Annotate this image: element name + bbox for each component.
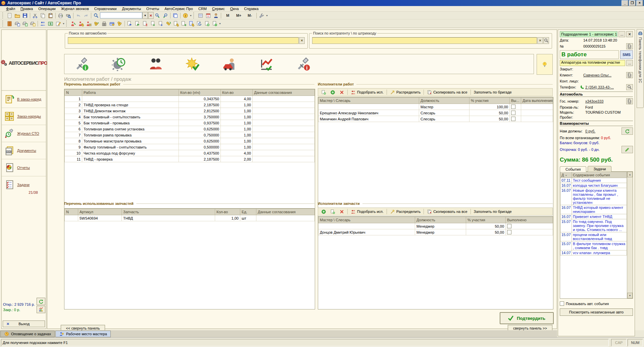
table-cell[interactable]: 1,00 [221, 114, 253, 120]
search-contractor-find-button[interactable] [543, 37, 549, 44]
event-row[interactable]: 07.11Тест сообщения [560, 178, 627, 183]
menu-операции[interactable]: Операции [36, 6, 58, 11]
phone-search-button[interactable] [626, 84, 633, 90]
car-attachment-button[interactable] [626, 98, 633, 104]
scroll-up-icon[interactable]: ▲ [627, 172, 633, 177]
column-header[interactable]: Мастер \ Слесарь [318, 98, 419, 104]
memory-mminus-button[interactable]: M- [244, 12, 255, 19]
dropdown-arrow-icon[interactable]: ▼ [189, 12, 192, 19]
menu-crm[interactable]: CRM [196, 6, 209, 11]
column-header[interactable]: Дата выполнения [521, 98, 553, 104]
sidebar-item-журнал-сто[interactable]: Журнал СТО [2, 125, 46, 142]
events-scrollbar[interactable]: ▲ ▼ [627, 172, 633, 298]
column-header[interactable]: % участия [469, 98, 510, 104]
table-cell[interactable] [521, 110, 553, 116]
column-header[interactable]: Работа [82, 90, 179, 96]
table-cell[interactable]: 10 [65, 150, 82, 156]
client-call-button[interactable] [69, 20, 77, 27]
doc-export-button[interactable] [180, 20, 188, 27]
save-button[interactable] [21, 12, 29, 19]
table-cell[interactable]: 3,750000 [179, 114, 221, 120]
table-cell[interactable]: Менеджер [415, 229, 466, 235]
search-auto-input[interactable] [68, 37, 299, 44]
number-attachment-button[interactable] [626, 43, 633, 49]
table-cell[interactable]: 5WS40694 [78, 215, 122, 221]
table-cell[interactable] [510, 116, 521, 122]
order-note-field[interactable]: Аппаратура на топливном участке [560, 60, 625, 66]
open-button[interactable] [13, 12, 21, 19]
table-cell[interactable]: 1,00 [221, 138, 253, 144]
table-cell[interactable]: 0,343750 [179, 96, 221, 102]
table-cell[interactable] [253, 96, 315, 102]
events-content-column-header[interactable]: Содержание события [572, 172, 627, 178]
exit-button[interactable]: ✕ Выход [3, 321, 45, 327]
table-cell[interactable] [253, 114, 315, 120]
client-payment-button[interactable] [77, 20, 85, 27]
table-cell[interactable] [256, 215, 315, 221]
table-cell[interactable] [253, 120, 315, 126]
done-checkbox[interactable] [511, 117, 515, 121]
clients-button[interactable] [39, 20, 47, 27]
paste-button[interactable] [47, 12, 54, 19]
table-cell[interactable]: 0,750000 [179, 132, 221, 138]
copy-window-button[interactable] [171, 12, 179, 19]
table-cell[interactable]: 100,00 [469, 104, 510, 110]
column-header[interactable]: Кол-во (н\ч) [179, 90, 221, 96]
coins-button[interactable] [116, 20, 123, 27]
table-cell[interactable]: 11 [65, 156, 82, 162]
print-preview-button[interactable] [64, 12, 72, 19]
event-row[interactable]: 16.07колодца чистил Благушин [560, 183, 627, 188]
dropdown-arrow-icon[interactable]: ▼ [265, 12, 268, 19]
table-cell[interactable]: 1,00 [215, 215, 240, 221]
done-checkbox[interactable] [511, 111, 515, 115]
table-cell[interactable]: Ларин Павел Александрович [318, 223, 415, 229]
event-row[interactable]: 14.07vcv клапан .плунжера [560, 250, 627, 255]
find-next-button[interactable] [154, 12, 161, 19]
fill-by-brigade-button[interactable]: Заполнить по бригаде [472, 209, 513, 214]
hint-lamp-button[interactable] [537, 54, 553, 75]
table-cell[interactable] [253, 144, 315, 150]
table-cell[interactable]: 1,00 [221, 144, 253, 150]
table-cell[interactable]: Инжектор снятие установка [82, 96, 179, 102]
order-status-field[interactable]: В работе [560, 50, 619, 59]
events-date-column-header[interactable]: Д ▼ [560, 172, 572, 178]
table-cell[interactable]: 5 [65, 120, 82, 126]
menu-отчеты[interactable]: Отчеты [144, 6, 162, 11]
table-cell[interactable]: Фильтр топливный - снять/поставить [82, 144, 179, 150]
doc-client-button[interactable] [141, 20, 149, 27]
table-cell[interactable]: ТНВД проверка на стенде [82, 102, 179, 108]
gos-number-link[interactable]: х343ое333 [585, 99, 603, 103]
table-cell[interactable]: 1,00 [221, 126, 253, 132]
column-header[interactable]: Запчасть [122, 209, 215, 215]
view-unsaved-cars-button[interactable]: Посмотреть незаписанные авто [560, 308, 633, 316]
tab-events[interactable]: События [560, 166, 586, 172]
event-row[interactable]: 15.07В фильтре топливном стружка , снима… [560, 241, 627, 250]
done-checkbox[interactable] [507, 230, 511, 234]
print-invoice-button[interactable] [21, 20, 29, 27]
column-header[interactable]: Мастер \ Слесарь [318, 217, 415, 223]
minimize-button[interactable]: _ [622, 0, 628, 6]
column-header[interactable]: N [65, 209, 78, 215]
menu-автосервис-про[interactable]: АвтоСервис Про [162, 6, 196, 11]
table-cell[interactable]: 2,00 [221, 156, 253, 162]
sms-button[interactable]: SMS [620, 50, 633, 59]
scroll-down-icon[interactable]: ▼ [627, 293, 633, 298]
add-plus-button[interactable] [319, 209, 328, 215]
telephony-panel-tab[interactable]: Панель телефонии для 1С [637, 29, 644, 108]
tab-task-notifications[interactable]: Оповещение о задачах [0, 331, 55, 337]
doc-receipt-button[interactable] [134, 20, 141, 27]
diagnostics-button[interactable]: i [296, 57, 311, 71]
table-cell[interactable]: 1,00 [221, 120, 253, 126]
table-cell[interactable]: 2,812500 [179, 108, 221, 114]
menu-документы[interactable]: Документы [119, 6, 144, 11]
undo-button[interactable] [75, 12, 82, 19]
department-select-button[interactable]: ... [618, 31, 625, 37]
dropdown-arrow-icon[interactable]: ▼ [218, 20, 221, 27]
table-cell[interactable]: 0,500000 [179, 144, 221, 150]
table-cell[interactable]: 50,00 [466, 229, 506, 235]
table-cell[interactable]: Топливная рампа снятие установка [82, 126, 179, 132]
time-gear-button[interactable] [111, 57, 126, 71]
event-row[interactable]: 15.07По тнвд озвучено. Под замену. При п… [560, 219, 627, 232]
menu-файл[interactable]: Файл [3, 6, 18, 11]
quick-search-input[interactable] [100, 12, 142, 18]
